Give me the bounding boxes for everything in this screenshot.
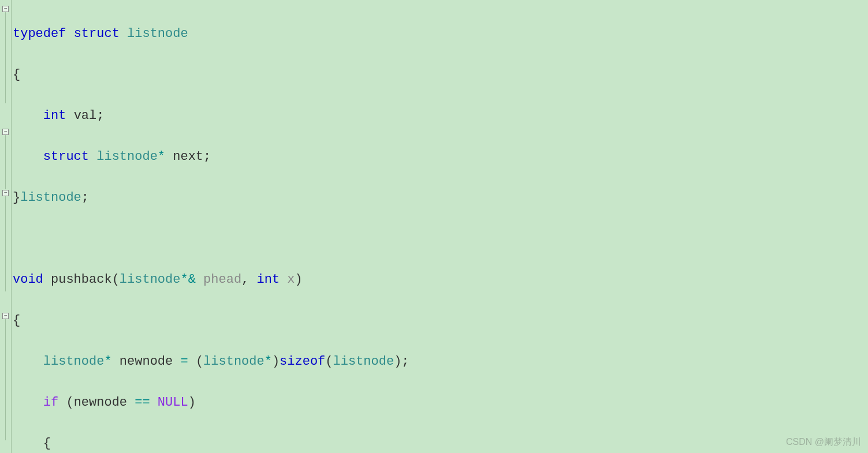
code-line: int val; [13, 106, 867, 126]
function-name: pushback [51, 272, 112, 287]
paren-open: ( [325, 354, 333, 369]
keyword-void: void [13, 272, 43, 287]
watermark-text: CSDN @阑梦清川 [786, 436, 861, 448]
equals-operator: = [180, 354, 188, 369]
code-line: struct listnode* next; [13, 147, 867, 167]
code-line: { [13, 65, 867, 85]
fold-marker-icon[interactable]: − [2, 190, 9, 196]
type-name: listnode [333, 354, 394, 369]
keyword-int: int [43, 108, 66, 123]
code-line [13, 229, 867, 249]
identifier: val [74, 108, 97, 123]
code-line: }listnode; [13, 188, 867, 208]
semicolon: ; [203, 149, 211, 164]
paren-open: ( [196, 354, 203, 369]
code-line: void pushback(listnode*& phead, int x) [13, 269, 867, 290]
paren-close: ) [394, 354, 401, 369]
code-editor[interactable]: typedef struct listnode { int val; struc… [12, 0, 868, 453]
code-line: listnode* newnode = (listnode*)sizeof(li… [13, 351, 867, 372]
fold-marker-icon[interactable]: − [2, 129, 9, 135]
semicolon: ; [81, 190, 89, 205]
type-name: listnode [127, 27, 188, 41]
star-ref-operator: *& [180, 272, 195, 287]
type-name: listnode [203, 354, 265, 369]
identifier: newnode [74, 395, 127, 410]
fold-line [5, 196, 6, 291]
fold-marker-icon[interactable]: − [2, 313, 9, 319]
keyword-struct: struct [43, 149, 89, 164]
fold-gutter: − − − − [0, 0, 12, 453]
star-operator: * [104, 354, 111, 369]
brace-close: } [13, 190, 20, 205]
parameter: x [287, 272, 295, 287]
paren-close: ) [272, 354, 280, 369]
null-literal: NULL [158, 395, 188, 410]
fold-line [5, 135, 6, 189]
paren-open: ( [66, 395, 73, 410]
keyword-typedef: typedef [13, 27, 66, 41]
keyword-int: int [257, 272, 280, 287]
identifier: next [173, 149, 203, 164]
comma: , [241, 272, 249, 287]
star-operator: * [265, 354, 272, 369]
brace-open: { [43, 436, 51, 451]
fold-line [5, 319, 6, 440]
type-name: listnode [43, 354, 105, 369]
type-name: listnode [20, 190, 81, 205]
code-line: { [13, 433, 867, 454]
parameter: phead [203, 272, 241, 287]
type-name: listnode [96, 149, 158, 164]
semicolon: ; [96, 108, 104, 123]
paren-close: ) [188, 395, 196, 410]
type-name: listnode [120, 272, 181, 287]
fold-marker-icon[interactable]: − [2, 6, 9, 12]
brace-open: { [13, 68, 20, 82]
code-line: typedef struct listnode [13, 24, 867, 44]
keyword-struct: struct [74, 27, 120, 41]
paren-open: ( [112, 272, 120, 287]
keyword-sizeof: sizeof [280, 354, 325, 369]
paren-close: ) [295, 272, 303, 287]
equals-equals-operator: == [135, 395, 150, 410]
star-operator: * [158, 149, 165, 164]
brace-open: { [13, 313, 20, 328]
code-line: if (newnode == NULL) [13, 392, 867, 413]
keyword-if: if [43, 395, 58, 410]
fold-line [5, 12, 6, 103]
identifier: newnode [120, 354, 173, 369]
code-line: { [13, 310, 867, 331]
semicolon: ; [401, 354, 409, 369]
